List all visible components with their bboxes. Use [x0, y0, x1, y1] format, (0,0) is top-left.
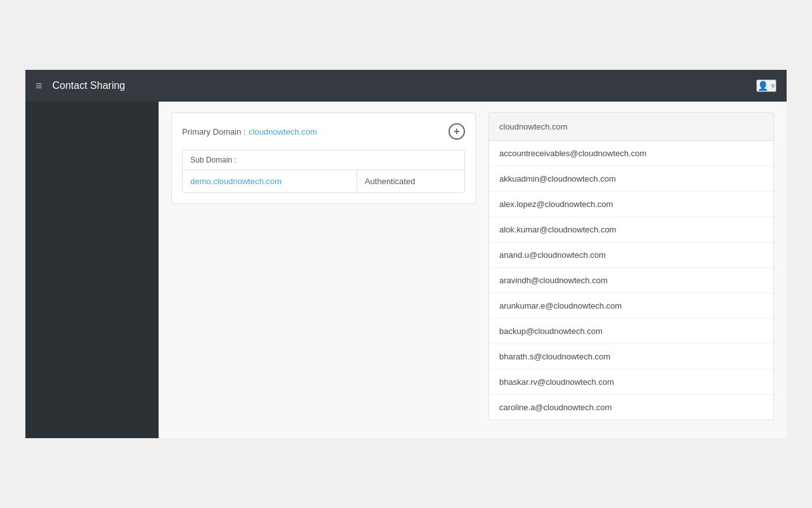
- list-item: aravindh@cloudnowtech.com: [489, 268, 773, 293]
- hamburger-icon[interactable]: ≡: [36, 79, 43, 93]
- app-container: ≡ Contact Sharing 👤 ▾ ▮ Dashbord Dashboa…: [25, 70, 787, 438]
- sidebar: ▮ Dashbord: [25, 70, 159, 438]
- right-panel: cloudnowtech.com accountreceivables@clou…: [488, 112, 774, 420]
- list-item: caroline.a@cloudnowtech.com: [489, 395, 773, 420]
- primary-domain-row: Primary Domain : cloudnowtech.com +: [182, 123, 465, 140]
- user-icon: 👤: [757, 81, 768, 91]
- list-item: accountreceivables@cloudnowtech.com: [489, 141, 773, 166]
- list-item: anand.u@cloudnowtech.com: [489, 243, 773, 268]
- content-area: Primary Domain : cloudnowtech.com + Sub …: [159, 100, 787, 433]
- list-item: arunkumar.e@cloudnowtech.com: [489, 293, 773, 319]
- main-content: Dashboard Primary Domain : cloudnowtech.…: [159, 70, 787, 438]
- primary-domain-info: Primary Domain : cloudnowtech.com: [182, 126, 317, 137]
- user-menu-button[interactable]: 👤 ▾: [756, 79, 776, 92]
- navbar-left: ≡ Contact Sharing: [36, 79, 125, 93]
- left-panel: Primary Domain : cloudnowtech.com + Sub …: [171, 112, 476, 420]
- list-item: alex.lopez@cloudnowtech.com: [489, 192, 773, 217]
- user-dropdown-icon: ▾: [771, 81, 775, 91]
- email-list: accountreceivables@cloudnowtech.comakkua…: [489, 141, 773, 420]
- list-item: backup@cloudnowtech.com: [489, 319, 773, 344]
- navbar-right: 👤 ▾: [756, 79, 776, 92]
- primary-domain-label: Primary Domain :: [182, 127, 246, 137]
- list-item: bharath.s@cloudnowtech.com: [489, 344, 773, 370]
- subdomain-header: Sub Domain :: [183, 150, 464, 170]
- subdomain-table: demo.cloudnowtech.com Authenticated: [183, 170, 464, 192]
- primary-domain-link[interactable]: cloudnowtech.com: [249, 127, 317, 137]
- list-item: alok.kumar@cloudnowtech.com: [489, 217, 773, 243]
- emails-header: cloudnowtech.com: [489, 113, 773, 141]
- subdomain-value-cell: demo.cloudnowtech.com: [183, 170, 357, 192]
- app-title: Contact Sharing: [53, 80, 126, 91]
- list-item: bhaskar.rv@cloudnowtech.com: [489, 370, 773, 395]
- main-layout: ▮ Dashbord Dashboard Primary Domain :: [25, 70, 787, 438]
- add-domain-button[interactable]: +: [449, 123, 465, 140]
- subdomain-link[interactable]: demo.cloudnowtech.com: [190, 177, 282, 186]
- status-badge: Authenticated: [365, 177, 416, 186]
- subdomain-status-cell: Authenticated: [357, 170, 464, 192]
- domain-card: Primary Domain : cloudnowtech.com + Sub …: [171, 112, 476, 204]
- navbar: ≡ Contact Sharing 👤 ▾: [25, 70, 787, 102]
- table-row: demo.cloudnowtech.com Authenticated: [183, 170, 464, 192]
- emails-card: cloudnowtech.com accountreceivables@clou…: [488, 112, 774, 420]
- list-item: akkuadmin@cloudnowtech.com: [489, 166, 773, 192]
- subdomain-section: Sub Domain : demo.cloudnowtech.com Authe…: [182, 150, 465, 193]
